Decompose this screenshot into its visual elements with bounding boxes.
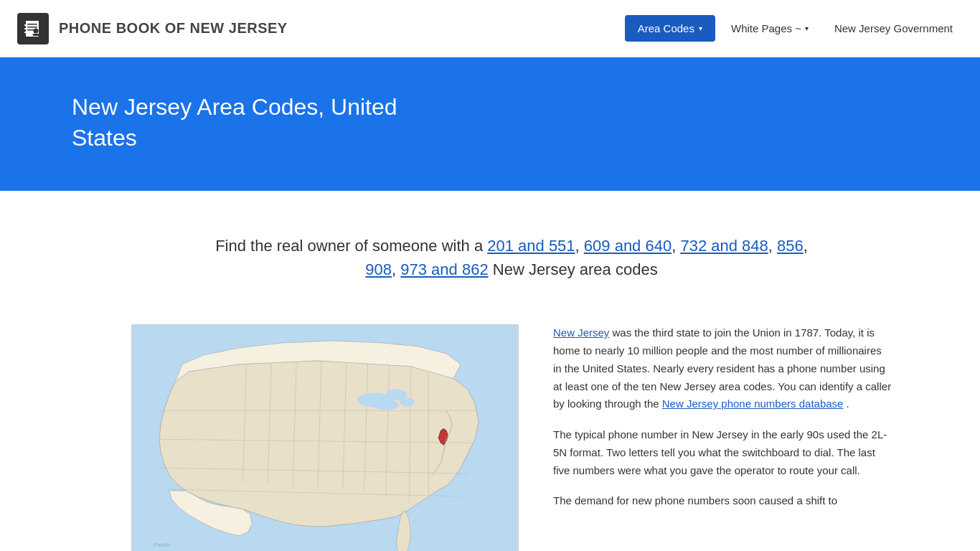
paragraph-1: New Jersey was the third state to join t… (553, 324, 892, 413)
paragraph-1-end: . (847, 397, 849, 410)
nav-links: Area Codes ▾ White Pages ~ ▾ New Jersey … (625, 15, 963, 42)
white-pages-link[interactable]: White Pages ~ ▾ (721, 15, 819, 42)
intro-paragraph: Find the real owner of someone with a 20… (131, 220, 892, 296)
svg-rect-1 (27, 24, 37, 25)
svg-point-7 (34, 28, 39, 33)
map-column: Pacific (131, 324, 519, 551)
area-code-856-link[interactable]: 856 (777, 237, 804, 255)
intro-prefix: Find the real owner of someone with a (215, 237, 487, 255)
us-map-svg: Pacific (132, 325, 518, 551)
paragraph-3-text: The demand for new phone numbers soon ca… (553, 494, 837, 507)
svg-rect-8 (33, 34, 39, 36)
hero-section: New Jersey Area Codes, United States (0, 57, 980, 191)
svg-point-26 (400, 398, 415, 407)
new-jersey-link[interactable]: New Jersey (553, 326, 609, 339)
text-column: New Jersey was the third state to join t… (553, 324, 892, 523)
area-codes-caret: ▾ (699, 24, 702, 32)
nj-phone-database-link[interactable]: New Jersey phone numbers database (662, 397, 844, 410)
area-codes-button[interactable]: Area Codes ▾ (625, 15, 715, 42)
svg-point-25 (373, 400, 399, 410)
area-code-908-link[interactable]: 908 (365, 260, 392, 278)
white-pages-caret: ▾ (805, 24, 809, 32)
area-code-973-862-link[interactable]: 973 and 862 (400, 260, 488, 278)
paragraph-2: The typical phone number in New Jersey i… (553, 426, 892, 479)
nj-government-link[interactable]: New Jersey Government (824, 15, 963, 42)
paragraph-2-text: The typical phone number in New Jersey i… (553, 428, 887, 476)
us-map-container: Pacific (131, 324, 519, 551)
area-code-732-848-link[interactable]: 732 and 848 (680, 237, 768, 255)
svg-text:Pacific: Pacific (154, 542, 170, 548)
paragraph-3: The demand for new phone numbers soon ca… (553, 492, 892, 510)
svg-rect-5 (24, 28, 27, 29)
brand-title: PHONE BOOK OF NEW JERSEY (59, 20, 288, 37)
navbar: PHONE BOOK OF NEW JERSEY Area Codes ▾ Wh… (0, 0, 980, 57)
area-codes-label: Area Codes (638, 22, 694, 34)
svg-rect-4 (24, 24, 27, 26)
brand-link[interactable]: PHONE BOOK OF NEW JERSEY (17, 13, 288, 44)
area-code-201-551-link[interactable]: 201 and 551 (487, 237, 575, 255)
svg-rect-3 (27, 29, 34, 31)
white-pages-label: White Pages ~ (731, 22, 801, 34)
area-code-609-640-link[interactable]: 609 and 640 (584, 237, 672, 255)
intro-suffix: New Jersey area codes (493, 260, 658, 278)
hero-title: New Jersey Area Codes, United States (72, 92, 430, 154)
svg-rect-2 (27, 27, 37, 28)
nj-government-label: New Jersey Government (834, 22, 953, 34)
svg-rect-6 (24, 32, 27, 33)
phone-book-icon (23, 19, 43, 39)
brand-icon (17, 13, 49, 44)
main-content: Find the real owner of someone with a 20… (60, 191, 920, 551)
two-col-layout: Pacific New Jersey was the third state t… (131, 324, 892, 551)
